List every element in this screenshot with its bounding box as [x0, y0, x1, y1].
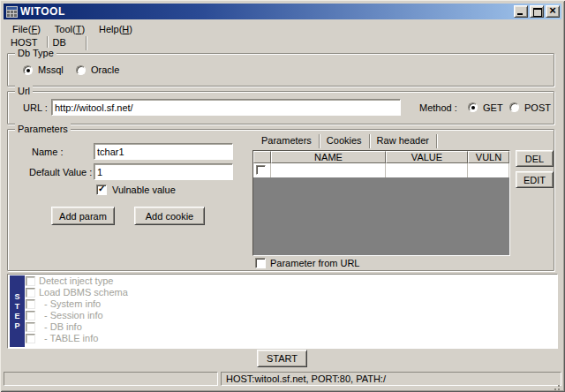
col-value[interactable]: VALUE — [386, 151, 468, 163]
app-window: WITOOL File(F) Tool(T) Help(H) HOST DB D… — [0, 0, 565, 392]
method-get-radio[interactable] — [468, 102, 478, 112]
param-from-url-checkbox[interactable] — [255, 258, 266, 268]
name-label: Name : — [32, 147, 63, 157]
window-title: WITOOL — [20, 5, 65, 18]
col-select[interactable] — [253, 151, 271, 163]
dbtype-oracle-radio[interactable] — [76, 65, 86, 75]
status-panel-main: HOST:witool.sf.net, PORT:80, PATH:/ — [221, 372, 561, 386]
menu-bar: File(F) Tool(T) Help(H) — [5, 21, 139, 36]
dbtype-group-label: Db Type — [15, 48, 56, 58]
start-button[interactable]: START — [257, 350, 307, 367]
row-vuln-cell — [468, 163, 509, 177]
dbtype-mssql-label: Mssql — [38, 64, 64, 75]
step-checkbox[interactable] — [26, 276, 35, 286]
maximize-button[interactable] — [530, 5, 544, 18]
vulnable-label: Vulnable value — [112, 185, 176, 195]
menu-tool[interactable]: Tool(T) — [48, 23, 92, 35]
parameters-group-label: Parameters — [15, 124, 71, 134]
row-value-cell — [386, 163, 468, 177]
status-text: HOST:witool.sf.net, PORT:80, PATH:/ — [226, 373, 386, 384]
col-vuln[interactable]: VULN — [468, 151, 509, 163]
menu-help[interactable]: Help(H) — [92, 23, 139, 35]
step-panel: S T E P Detect inject type Load DBMS sch… — [7, 274, 558, 349]
param-from-url-label: Parameter from URL — [270, 258, 359, 268]
method-label: Method : — [419, 102, 457, 113]
url-group: Url URL : Method : GET POST — [7, 91, 554, 124]
title-bar[interactable]: WITOOL — [4, 4, 561, 19]
edit-button[interactable]: EDIT — [516, 171, 554, 188]
step-checkbox[interactable] — [26, 334, 35, 343]
col-name[interactable]: NAME — [271, 151, 386, 163]
step-checkbox[interactable] — [26, 311, 35, 320]
dbtype-group: Db Type Mssql Oracle — [7, 53, 554, 87]
step-checkbox[interactable] — [26, 322, 35, 332]
resize-grip[interactable] — [558, 385, 560, 387]
param-panel-tab-strip: Parameters Cookies Raw header — [254, 134, 437, 148]
tab-cookies[interactable]: Cookies — [320, 134, 370, 148]
parameters-group: Parameters Name : Default Value : Vulnab… — [7, 129, 554, 271]
method-post-radio[interactable] — [509, 102, 519, 112]
default-value-input[interactable] — [94, 163, 233, 180]
url-input[interactable] — [51, 99, 401, 116]
row-checkbox[interactable] — [256, 165, 266, 175]
method-post-label: POST — [524, 102, 551, 113]
del-button[interactable]: DEL — [516, 150, 554, 167]
vulnable-checkbox[interactable] — [96, 185, 107, 195]
params-table: NAME VALUE VULN — [252, 150, 510, 256]
name-input[interactable] — [94, 143, 233, 160]
url-group-label: Url — [15, 86, 33, 96]
step-checkbox[interactable] — [26, 299, 35, 309]
close-button[interactable] — [546, 5, 560, 18]
table-row[interactable] — [253, 163, 509, 177]
default-value-label: Default Value : — [29, 167, 92, 177]
url-field-label: URL : — [23, 102, 48, 113]
menu-file[interactable]: File(F) — [5, 23, 48, 35]
method-get-label: GET — [483, 102, 503, 113]
tab-parameters[interactable]: Parameters — [254, 134, 320, 148]
add-param-button[interactable]: Add param — [51, 207, 115, 225]
minimize-button[interactable] — [514, 5, 528, 18]
app-icon — [6, 6, 18, 18]
dbtype-mssql-radio[interactable] — [23, 65, 33, 75]
step-bar: S T E P — [10, 275, 25, 347]
add-cookie-button[interactable]: Add cookie — [134, 207, 205, 225]
tab-raw-header[interactable]: Raw header — [370, 134, 437, 148]
status-panel-left — [4, 372, 218, 386]
params-table-header: NAME VALUE VULN — [253, 151, 509, 163]
step-checkbox[interactable] — [26, 288, 35, 298]
row-name-cell — [271, 163, 386, 177]
dbtype-oracle-label: Oracle — [91, 64, 119, 75]
